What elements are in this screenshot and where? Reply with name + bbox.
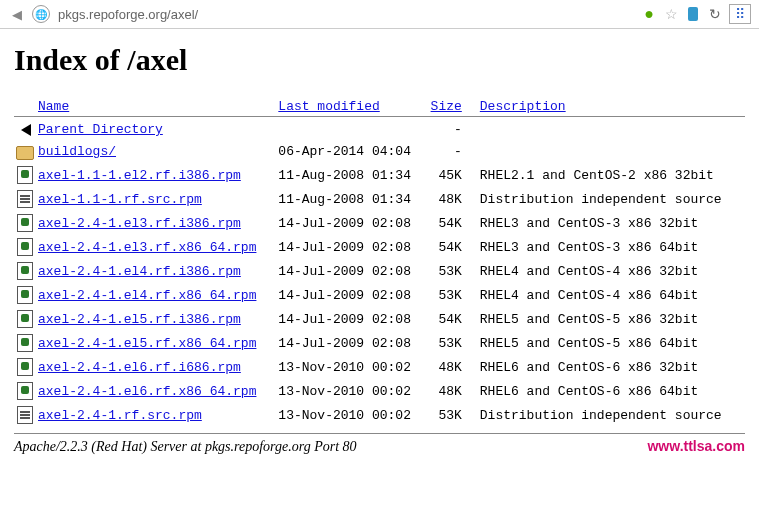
header-name[interactable]: Name xyxy=(38,99,69,114)
table-row: axel-2.4-1.el6.rf.i686.rpm13-Nov-2010 00… xyxy=(14,355,745,379)
src-icon xyxy=(17,190,33,208)
file-link[interactable]: axel-2.4-1.el3.rf.x86 64.rpm xyxy=(38,240,256,255)
file-size: 53K xyxy=(428,283,480,307)
file-size: 53K xyxy=(428,331,480,355)
url-input[interactable] xyxy=(56,6,635,23)
file-modified: 06-Apr-2014 04:04 xyxy=(278,140,427,163)
table-row: axel-2.4-1.rf.src.rpm13-Nov-2010 00:0253… xyxy=(14,403,745,427)
extension-icon[interactable]: ⠿ xyxy=(729,4,751,24)
file-link[interactable]: axel-2.4-1.el6.rf.i686.rpm xyxy=(38,360,241,375)
reload-icon[interactable]: ↻ xyxy=(707,6,723,22)
file-modified: 13-Nov-2010 00:02 xyxy=(278,379,427,403)
file-size: 45K xyxy=(428,163,480,187)
pkg-icon xyxy=(17,166,33,184)
table-row: axel-1.1-1.el2.rf.i386.rpm11-Aug-2008 01… xyxy=(14,163,745,187)
file-link[interactable]: axel-2.4-1.el4.rf.i386.rpm xyxy=(38,264,241,279)
watermark: www.ttlsa.com xyxy=(647,438,745,454)
pkg-icon xyxy=(17,310,33,328)
back-icon xyxy=(21,124,31,136)
file-description: RHEL3 and CentOS-3 x86 64bit xyxy=(480,235,745,259)
bookmark-icon[interactable]: ☆ xyxy=(663,6,679,22)
pkg-icon xyxy=(17,358,33,376)
file-link[interactable]: axel-2.4-1.el3.rf.i386.rpm xyxy=(38,216,241,231)
pkg-icon xyxy=(17,262,33,280)
file-description: Distribution independent source xyxy=(480,403,745,427)
file-link[interactable]: axel-2.4-1.el5.rf.i386.rpm xyxy=(38,312,241,327)
back-button[interactable]: ◀ xyxy=(8,5,26,23)
pkg-icon xyxy=(17,214,33,232)
file-link[interactable]: Parent Directory xyxy=(38,122,163,137)
file-link[interactable]: axel-2.4-1.rf.src.rpm xyxy=(38,408,202,423)
table-row: axel-2.4-1.el5.rf.x86 64.rpm14-Jul-2009 … xyxy=(14,331,745,355)
file-size: 53K xyxy=(428,403,480,427)
table-row: axel-2.4-1.el3.rf.i386.rpm14-Jul-2009 02… xyxy=(14,211,745,235)
file-link[interactable]: axel-1.1-1.el2.rf.i386.rpm xyxy=(38,168,241,183)
file-description: RHEL3 and CentOS-3 x86 32bit xyxy=(480,211,745,235)
file-description xyxy=(480,140,745,163)
file-modified: 14-Jul-2009 02:08 xyxy=(278,211,427,235)
file-description: Distribution independent source xyxy=(480,187,745,211)
pkg-icon xyxy=(17,238,33,256)
file-description: RHEL4 and CentOS-4 x86 64bit xyxy=(480,283,745,307)
file-description: RHEL4 and CentOS-4 x86 32bit xyxy=(480,259,745,283)
file-size: 54K xyxy=(428,211,480,235)
file-modified: 14-Jul-2009 02:08 xyxy=(278,259,427,283)
file-modified: 11-Aug-2008 01:34 xyxy=(278,163,427,187)
mobile-icon[interactable] xyxy=(685,6,701,22)
file-modified: 14-Jul-2009 02:08 xyxy=(278,307,427,331)
server-signature: Apache/2.2.3 (Red Hat) Server at pkgs.re… xyxy=(14,439,357,455)
file-modified: 14-Jul-2009 02:08 xyxy=(278,331,427,355)
file-listing-table: Name Last modified Size Description Pare… xyxy=(14,97,745,427)
file-size: 53K xyxy=(428,259,480,283)
file-link[interactable]: axel-2.4-1.el6.rf.x86 64.rpm xyxy=(38,384,256,399)
file-size: - xyxy=(428,119,480,140)
file-description: RHEL5 and CentOS-5 x86 32bit xyxy=(480,307,745,331)
page-content: Index of /axel Name Last modified Size D… xyxy=(0,29,759,463)
file-modified: 13-Nov-2010 00:02 xyxy=(278,403,427,427)
table-row: axel-2.4-1.el5.rf.i386.rpm14-Jul-2009 02… xyxy=(14,307,745,331)
status-icon[interactable]: ● xyxy=(641,6,657,22)
file-description xyxy=(480,119,745,140)
header-size[interactable]: Size xyxy=(431,99,462,114)
file-description: RHEL6 and CentOS-6 x86 64bit xyxy=(480,379,745,403)
browser-toolbar: ◀ 🌐 ● ☆ ↻ ⠿ xyxy=(0,0,759,29)
file-size: 54K xyxy=(428,307,480,331)
table-row: axel-2.4-1.el4.rf.x86 64.rpm14-Jul-2009 … xyxy=(14,283,745,307)
file-description: RHEL2.1 and CentOS-2 x86 32bit xyxy=(480,163,745,187)
table-row: axel-2.4-1.el4.rf.i386.rpm14-Jul-2009 02… xyxy=(14,259,745,283)
file-modified: 14-Jul-2009 02:08 xyxy=(278,283,427,307)
file-link[interactable]: axel-1.1-1.rf.src.rpm xyxy=(38,192,202,207)
file-modified: 14-Jul-2009 02:08 xyxy=(278,235,427,259)
divider xyxy=(14,433,745,434)
file-description: RHEL5 and CentOS-5 x86 64bit xyxy=(480,331,745,355)
header-modified[interactable]: Last modified xyxy=(278,99,379,114)
file-link[interactable]: axel-2.4-1.el5.rf.x86 64.rpm xyxy=(38,336,256,351)
file-modified: 11-Aug-2008 01:34 xyxy=(278,187,427,211)
table-row: axel-2.4-1.el6.rf.x86 64.rpm13-Nov-2010 … xyxy=(14,379,745,403)
file-link[interactable]: axel-2.4-1.el4.rf.x86 64.rpm xyxy=(38,288,256,303)
file-modified xyxy=(278,119,427,140)
pkg-icon xyxy=(17,286,33,304)
globe-icon: 🌐 xyxy=(32,5,50,23)
file-size: 48K xyxy=(428,379,480,403)
header-description[interactable]: Description xyxy=(480,99,566,114)
file-size: 48K xyxy=(428,187,480,211)
pkg-icon xyxy=(17,382,33,400)
table-row: axel-1.1-1.rf.src.rpm11-Aug-2008 01:3448… xyxy=(14,187,745,211)
file-description: RHEL6 and CentOS-6 x86 32bit xyxy=(480,355,745,379)
src-icon xyxy=(17,406,33,424)
file-size: 48K xyxy=(428,355,480,379)
table-row: axel-2.4-1.el3.rf.x86 64.rpm14-Jul-2009 … xyxy=(14,235,745,259)
page-title: Index of /axel xyxy=(14,43,745,77)
file-size: 54K xyxy=(428,235,480,259)
table-row: buildlogs/06-Apr-2014 04:04- xyxy=(14,140,745,163)
folder-icon xyxy=(16,146,34,160)
pkg-icon xyxy=(17,334,33,352)
file-modified: 13-Nov-2010 00:02 xyxy=(278,355,427,379)
table-row: Parent Directory- xyxy=(14,119,745,140)
file-link[interactable]: buildlogs/ xyxy=(38,144,116,159)
table-header-row: Name Last modified Size Description xyxy=(14,97,745,117)
file-size: - xyxy=(428,140,480,163)
footer: Apache/2.2.3 (Red Hat) Server at pkgs.re… xyxy=(14,438,745,459)
